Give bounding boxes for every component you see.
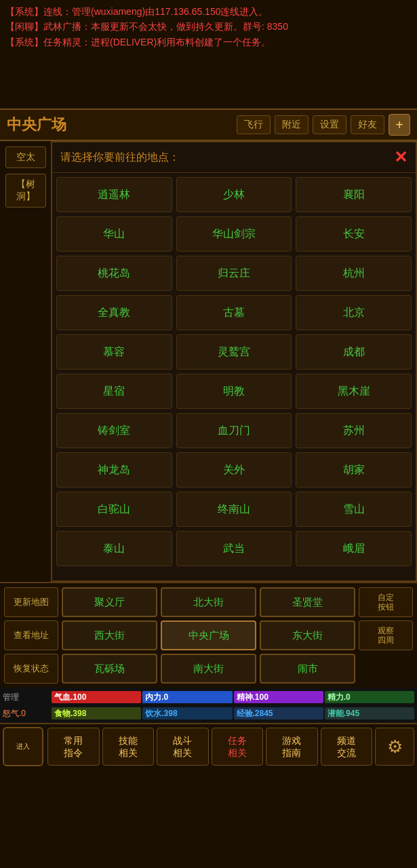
dialog-title: 请选择你要前往的地点： — [60, 151, 180, 165]
location-item-2[interactable]: 襄阳 — [296, 177, 412, 212]
msg-system-2: 【系统】任务精灵：进程(DELIVER)利用布料创建了一个任务。 — [5, 35, 412, 50]
location-bar: 中央广场 飞行 附近 设置 好友 + — [0, 108, 417, 141]
zhongyang-button[interactable]: 中央广场 — [161, 620, 256, 650]
nav-channels[interactable]: 频道 交流 — [321, 728, 373, 766]
mp-bar: 内力.0 — [142, 690, 232, 705]
main-area: 空太 【树洞】 请选择你要前往的地点： ✕ 逍遥林少林襄阳华山华山剑宗长安桃花岛… — [0, 141, 417, 582]
view-address-button[interactable]: 查看地址 — [4, 620, 58, 650]
friends-button[interactable]: 好友 — [351, 115, 384, 134]
xidajie-button[interactable]: 西大街 — [62, 620, 157, 650]
location-item-28[interactable]: 武当 — [176, 531, 292, 566]
dialog-header: 请选择你要前往的地点： ✕ — [52, 142, 416, 173]
add-button[interactable]: + — [389, 114, 410, 136]
msg-system-1: 【系统】连线：管理(wuxiameng)由117.136.65.150连线进入。 — [5, 4, 412, 19]
hidden-bar: 潜能.945 — [325, 706, 414, 721]
location-item-7[interactable]: 归云庄 — [176, 256, 292, 291]
beidajie-button[interactable]: 北大街 — [161, 587, 256, 617]
location-name: 中央广场 — [7, 115, 233, 135]
exp-bar: 经验.2845 — [234, 706, 323, 721]
message-area: 【系统】连线：管理(wuxiameng)由117.136.65.150连线进入。… — [0, 0, 417, 108]
restore-state-button[interactable]: 恢复状态 — [4, 654, 58, 684]
location-item-13[interactable]: 灵鹫宫 — [176, 334, 292, 370]
location-item-8[interactable]: 杭州 — [296, 256, 412, 291]
sidebar-btn-treecave[interactable]: 【树洞】 — [5, 174, 46, 208]
sidebar-btn-kongta[interactable]: 空太 — [5, 146, 46, 168]
location-item-29[interactable]: 峨眉 — [296, 531, 412, 566]
location-item-10[interactable]: 古墓 — [176, 295, 292, 330]
location-item-3[interactable]: 华山 — [56, 216, 172, 252]
left-sidebar: 空太 【树洞】 — [0, 141, 51, 582]
location-item-26[interactable]: 雪山 — [296, 492, 412, 527]
nearby-button[interactable]: 附近 — [275, 115, 309, 134]
nav-skills-label: 技能 相关 — [119, 734, 138, 759]
hp-bar: 气血.100 — [52, 690, 141, 705]
observe-button[interactable]: 观察 四周 — [359, 620, 413, 650]
enter-label: 进入 — [16, 742, 30, 751]
anger-label: 怒气.0 — [3, 706, 50, 721]
gear-icon: ⚙ — [387, 736, 403, 757]
nav-tasks-label: 任务 相关 — [228, 734, 247, 759]
location-item-23[interactable]: 胡家 — [296, 452, 412, 488]
location-item-20[interactable]: 苏州 — [296, 413, 412, 448]
dialog-close-button[interactable]: ✕ — [394, 148, 408, 167]
nav-combat[interactable]: 战斗 相关 — [157, 728, 209, 766]
custom-button[interactable]: 自定 按钮 — [359, 587, 413, 617]
nav-guide-label: 游戏 指南 — [282, 734, 301, 759]
status-role-label: 管理 — [3, 690, 50, 705]
update-map-button[interactable]: 更新地图 — [4, 587, 58, 617]
location-grid: 逍遥林少林襄阳华山华山剑宗长安桃花岛归云庄杭州全真教古墓北京慕容灵鹫宫成都星宿明… — [52, 173, 416, 580]
juyiting-button[interactable]: 聚义厅 — [62, 587, 157, 617]
fly-button[interactable]: 飞行 — [237, 115, 271, 134]
nav-common-label: 常用 指令 — [64, 734, 83, 759]
status-bars: 管理 气血.100 内力.0 精神.100 精力.0 怒气.0 食物.398 饮… — [0, 688, 417, 723]
location-item-14[interactable]: 成都 — [296, 334, 412, 370]
food-bar: 食物.398 — [52, 706, 141, 721]
location-item-4[interactable]: 华山剑宗 — [176, 216, 292, 252]
sta-bar: 精力.0 — [325, 690, 414, 705]
bottom-nav: 进入 常用 指令 技能 相关 战斗 相关 任务 相关 游戏 指南 频道 交流 ⚙ — [0, 723, 417, 769]
location-item-21[interactable]: 神龙岛 — [56, 452, 172, 488]
location-item-0[interactable]: 逍遥林 — [56, 177, 172, 212]
location-item-25[interactable]: 终南山 — [176, 492, 292, 527]
nav-common-commands[interactable]: 常用 指令 — [47, 728, 100, 766]
nav-channels-label: 频道 交流 — [337, 734, 356, 759]
naoshi-button[interactable]: 闹市 — [260, 654, 355, 684]
location-item-5[interactable]: 长安 — [296, 216, 412, 252]
location-item-12[interactable]: 慕容 — [56, 334, 172, 370]
settings-button[interactable]: 设置 — [313, 115, 346, 134]
location-item-24[interactable]: 白驼山 — [56, 492, 172, 527]
location-item-1[interactable]: 少林 — [176, 177, 292, 212]
location-dialog: 请选择你要前往的地点： ✕ 逍遥林少林襄阳华山华山剑宗长安桃花岛归云庄杭州全真教… — [51, 141, 417, 582]
location-item-6[interactable]: 桃花岛 — [56, 256, 172, 291]
nav-guide[interactable]: 游戏 指南 — [266, 728, 318, 766]
nav-combat-label: 战斗 相关 — [173, 734, 192, 759]
location-item-27[interactable]: 泰山 — [56, 531, 172, 566]
dongdajie-button[interactable]: 东大街 — [260, 620, 355, 650]
msg-chat-1: 【闲聊】武林广播：本服更新不会太快，做到持久更新。群号: 8350 — [5, 19, 412, 34]
enter-button[interactable]: 进入 — [3, 727, 43, 766]
location-item-18[interactable]: 铸剑室 — [56, 413, 172, 448]
location-item-16[interactable]: 明教 — [176, 374, 292, 409]
location-item-22[interactable]: 关外 — [176, 452, 292, 488]
settings-gear-button[interactable]: ⚙ — [375, 728, 414, 766]
location-item-19[interactable]: 血刀门 — [176, 413, 292, 448]
location-item-17[interactable]: 黑木崖 — [296, 374, 412, 409]
action-area: 更新地图 聚义厅 北大街 圣贤堂 自定 按钮 查看地址 西大街 中央广场 东大街… — [0, 582, 417, 688]
water-bar: 饮水.398 — [142, 706, 232, 721]
location-item-15[interactable]: 星宿 — [56, 374, 172, 409]
location-item-11[interactable]: 北京 — [296, 295, 412, 330]
nandajie-button[interactable]: 南大街 — [161, 654, 256, 684]
sp-bar: 精神.100 — [234, 690, 323, 705]
shengxiantang-button[interactable]: 圣贤堂 — [260, 587, 355, 617]
walicang-button[interactable]: 瓦砾场 — [62, 654, 157, 684]
nav-tasks[interactable]: 任务 相关 — [212, 728, 264, 766]
nav-skills[interactable]: 技能 相关 — [102, 728, 155, 766]
location-item-9[interactable]: 全真教 — [56, 295, 172, 330]
